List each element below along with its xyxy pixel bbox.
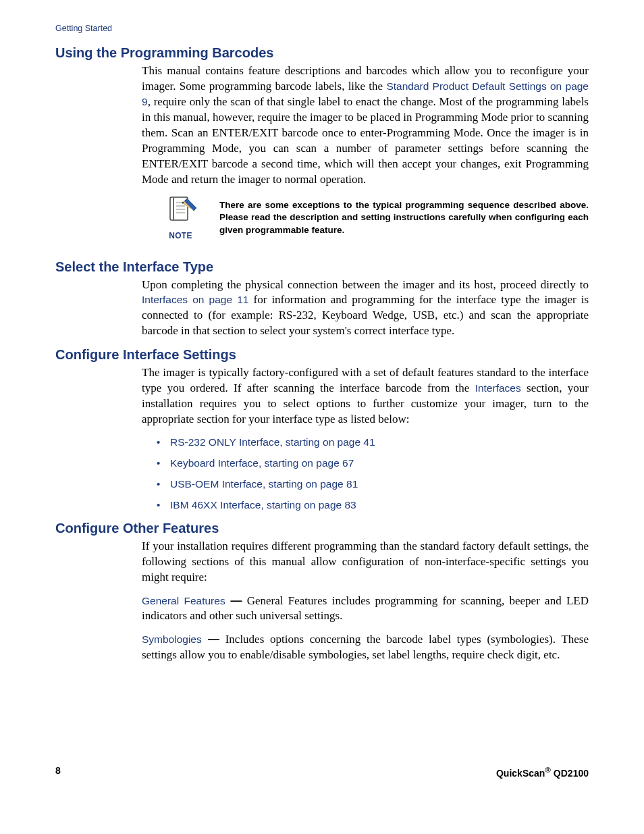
heading-configure-other-features: Configure Other Features: [55, 521, 589, 536]
para: Upon completing the physical connection …: [142, 278, 589, 340]
link-general-features[interactable]: General Features: [142, 595, 225, 606]
dash: —: [225, 594, 242, 607]
link-rs232-interface[interactable]: RS-232 ONLY Interface, starting on page …: [170, 436, 375, 448]
body-using: This manual contains feature description…: [142, 63, 589, 188]
link-interfaces-page-11[interactable]: Interfaces on page 11: [142, 294, 248, 305]
list-item: Keyboard Interface, starting on page 67: [170, 457, 589, 471]
note-text: There are some exceptions to the typical…: [219, 199, 589, 236]
note-icon-column: NOTE: [142, 196, 219, 240]
dash: —: [202, 633, 219, 646]
para: Symbologies — Includes options concernin…: [142, 632, 589, 663]
footer: 8 QuickScan® QD2100: [55, 765, 589, 779]
note-icon: [164, 196, 198, 230]
note-callout: NOTE There are some exceptions to the ty…: [142, 196, 589, 240]
link-keyboard-interface[interactable]: Keyboard Interface, starting on page 67: [170, 457, 354, 469]
product-name: QuickScan® QD2100: [496, 765, 589, 779]
heading-using-programming-barcodes: Using the Programming Barcodes: [55, 45, 589, 61]
body-other: If your installation requires different …: [142, 539, 589, 664]
list-item: IBM 46XX Interface, starting on page 83: [170, 498, 589, 513]
svg-rect-1: [173, 197, 174, 220]
list-item: RS-232 ONLY Interface, starting on page …: [170, 436, 589, 450]
link-usb-oem-interface[interactable]: USB-OEM Interface, starting on page 81: [170, 478, 358, 490]
interface-link-list: RS-232 ONLY Interface, starting on page …: [142, 436, 589, 513]
note-label: NOTE: [142, 231, 219, 240]
para: General Features — General Features incl…: [142, 594, 589, 625]
body-configure: The imager is typically factory-configur…: [142, 365, 589, 512]
para: This manual contains feature description…: [142, 63, 589, 188]
running-head: Getting Started: [55, 24, 589, 33]
text: Upon completing the physical connection …: [142, 278, 589, 291]
list-item: USB-OEM Interface, starting on page 81: [170, 477, 589, 492]
para: If your installation requires different …: [142, 539, 589, 585]
heading-configure-interface-settings: Configure Interface Settings: [55, 347, 589, 363]
product-name-a: QuickScan: [496, 768, 545, 779]
heading-select-interface-type: Select the Interface Type: [55, 259, 589, 275]
registered-mark: ®: [545, 765, 551, 774]
link-ibm-46xx-interface[interactable]: IBM 46XX Interface, starting on page 83: [170, 499, 356, 511]
page-number: 8: [55, 765, 61, 779]
page: Getting Started Using the Programming Ba…: [0, 0, 644, 834]
product-name-b: QD2100: [551, 768, 589, 779]
para: The imager is typically factory-configur…: [142, 365, 589, 427]
link-interfaces[interactable]: Interfaces: [475, 382, 521, 394]
body-select: Upon completing the physical connection …: [142, 278, 589, 340]
link-symbologies[interactable]: Symbologies: [142, 633, 202, 645]
text: , require only the scan of that single l…: [142, 95, 589, 186]
